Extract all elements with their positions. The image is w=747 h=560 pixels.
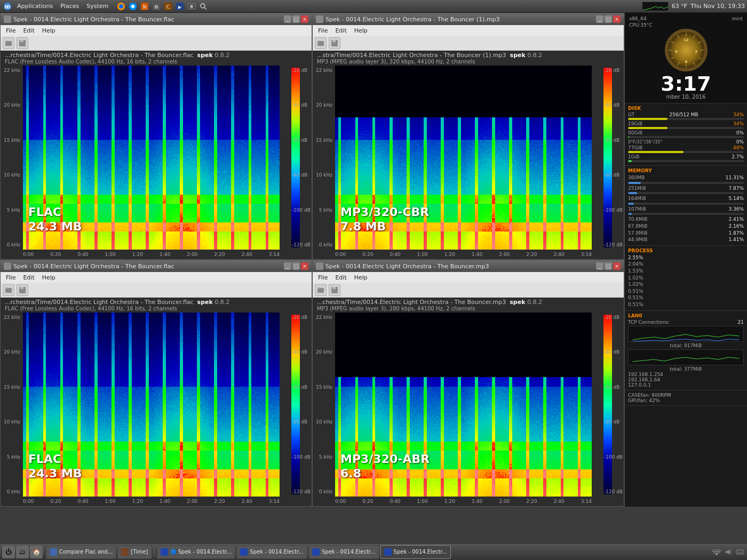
spek-info-tl: ...rchestra/Time/0014.Electric Light Orc… [1, 51, 312, 66]
net-tcp-row: TCP Connections: 21 [628, 319, 744, 325]
menu-system[interactable]: System [83, 2, 112, 11]
close-button-br[interactable]: × [613, 262, 621, 270]
spek-titlebar-tr[interactable]: Spek - 0014.Electric Light Orchestra - T… [313, 13, 624, 25]
thunderbird-icon[interactable] [128, 1, 138, 12]
toolbar-btn-open-br[interactable] [315, 284, 327, 296]
power-button[interactable]: ⏻ [2, 546, 15, 558]
applet-icon-6[interactable]: ▶ [174, 1, 185, 12]
taskbar-separator [154, 547, 155, 557]
svg-rect-52 [716, 553, 718, 555]
menu-help-tr[interactable]: Help [351, 26, 371, 35]
svg-point-5 [131, 5, 134, 8]
tray-network-icon[interactable] [712, 547, 721, 557]
menu-help-tl[interactable]: Help [39, 26, 59, 35]
menu-help-bl[interactable]: Help [39, 273, 59, 282]
menu-places[interactable]: Places [57, 2, 82, 11]
spek-filename-tl: ...rchestra/Time/0014.Electric Light Orc… [5, 52, 307, 59]
applet-icon-4[interactable]: ⚙ [151, 1, 162, 12]
maximize-button-bl[interactable]: □ [292, 262, 300, 270]
minimize-button-tl[interactable]: _ [284, 15, 291, 23]
spek-window-top-right: Spek - 0014.Electric Light Orchestra - T… [312, 13, 624, 260]
firefox-icon[interactable] [116, 1, 126, 12]
clock-gauge: 12 3 6 9 [665, 29, 708, 71]
minimize-button-br[interactable]: _ [596, 262, 603, 270]
toolbar-btn-save-tr[interactable] [329, 37, 340, 49]
taskbar-item-compare[interactable]: Compare Flac and... [46, 545, 116, 559]
spek-win-controls-bl: _ □ × [284, 262, 308, 270]
sidebar-system-monitor: x86_64 mint CPU:35°C [624, 13, 747, 507]
spek-app-icon-tr [316, 15, 323, 23]
spek-window-bottom-right: Spek - 0014.Electric Light Orchestra - T… [312, 260, 624, 507]
tray-keyboard-icon[interactable]: kbd [735, 547, 745, 557]
memory-section-title: MEMORY [628, 168, 744, 173]
spek-4-icon [384, 548, 392, 556]
maximize-button-br[interactable]: □ [605, 262, 612, 270]
svg-rect-26 [5, 288, 12, 293]
close-button-bl[interactable]: × [301, 262, 308, 270]
minimize-button-tr[interactable]: _ [596, 15, 603, 23]
spek-title-tr: Spek - 0014.Electric Light Orchestra - T… [325, 16, 596, 23]
menu-file-tr[interactable]: File [315, 26, 331, 35]
toolbar-btn-save-bl[interactable] [17, 284, 28, 296]
menu-edit-br[interactable]: Edit [332, 273, 349, 282]
net-section-title: LAN0 [628, 313, 744, 318]
menu-help-br[interactable]: Help [351, 273, 371, 282]
taskbar-item-spek-4[interactable]: Spek - 0014.Electr... [380, 545, 451, 559]
toolbar-btn-open-bl[interactable] [3, 284, 14, 296]
menu-applications[interactable]: Applications [14, 2, 56, 11]
taskbar-item-time[interactable]: [Time] [117, 545, 152, 559]
menu-file-bl[interactable]: File [3, 273, 19, 282]
screenshot-icon[interactable] [186, 1, 197, 12]
toolbar-btn-open-tr[interactable] [315, 37, 327, 49]
search-icon[interactable] [198, 1, 209, 12]
svg-text:6: 6 [685, 60, 687, 64]
spek-app-icon-bl [4, 262, 11, 270]
spek-title-bl: Spek - 0014.Electric Light Orchestra - T… [13, 263, 284, 270]
db-axis-tr: -20 dB -40 dB -60 dB -80 dB -100 dB -120… [592, 66, 624, 250]
menu-file-tl[interactable]: File [3, 26, 19, 35]
menu-edit-tl[interactable]: Edit [20, 26, 37, 35]
clock-time-display: 3:17 [629, 74, 743, 94]
spek-titlebar-br[interactable]: Spek - 0014.Electric Light Orchestra - T… [313, 260, 624, 272]
menu-edit-bl[interactable]: Edit [20, 273, 37, 282]
spek-filename-br: ...chestra/Time/0014.Electric Light Orch… [317, 299, 619, 306]
system-icon[interactable]: m [2, 1, 13, 12]
disk-bar-3 [628, 136, 744, 138]
minimize-button-bl[interactable]: _ [284, 262, 291, 270]
applet-icon-5[interactable]: C [163, 1, 173, 12]
spek-3-icon [312, 548, 320, 556]
close-button-tl[interactable]: × [301, 15, 308, 23]
spek-fileinfo-tr: MP3 (MPEG audio layer 3), 320 kbps, 4410… [317, 59, 619, 65]
menu-file-br[interactable]: File [315, 273, 331, 282]
taskbar-item-spek-2[interactable]: Spek - 0014.Electr... [236, 545, 307, 559]
svg-rect-19 [5, 41, 9, 42]
network-applet [642, 2, 669, 11]
toolbar-btn-save-br[interactable] [329, 284, 340, 296]
toolbar-btn-open-tl[interactable] [3, 37, 14, 49]
taskbar-item-spek-3[interactable]: Spek - 0014.Electr... [308, 545, 379, 559]
spek-titlebar-top-left[interactable]: Spek - 0014.Electric Light Orchestra - T… [1, 13, 312, 25]
menu-edit-tr[interactable]: Edit [332, 26, 349, 35]
spek-info-tr: ...stra/Time/0014.Electric Light Orchest… [313, 51, 624, 66]
taskbar-item-spek-1[interactable]: 🔵 Spek - 0014.Electr... [157, 545, 236, 559]
spek-titlebar-bl[interactable]: Spek - 0014.Electric Light Orchestra - T… [1, 260, 312, 272]
spek-grid: Spek - 0014.Electric Light Orchestra - T… [0, 13, 624, 507]
toolbar-btn-save-tl[interactable] [17, 37, 28, 49]
home-button[interactable]: 🏠 [30, 546, 43, 558]
maximize-button-tr[interactable]: □ [605, 15, 612, 23]
svg-point-15 [190, 5, 193, 8]
datetime-display: Thu Nov 10, 19:33 [690, 3, 745, 10]
tray-volume-icon[interactable] [724, 547, 733, 557]
db-axis-br: -20 dB -40 dB -60 dB -80 dB -100 dB -120… [592, 313, 624, 497]
gpufan-row: GPUfan: 42% [628, 398, 744, 403]
files-button[interactable]: 🗂 [16, 546, 29, 558]
time-axis-tl: 0:00 0:20 0:40 1:00 1:20 1:40 2:00 2:20 … [1, 250, 312, 259]
proc-item-8: 0.51% [628, 301, 744, 308]
disk-row-4: 77GiB 48% [628, 145, 744, 150]
applet-icon-3[interactable]: N [139, 1, 150, 12]
close-button-tr[interactable]: × [613, 15, 621, 23]
spek-window-bottom-left: Spek - 0014.Electric Light Orchestra - T… [0, 260, 312, 507]
time-labels-tr: 0:00 0:20 0:40 1:00 1:20 1:40 2:00 2:20 … [335, 252, 624, 257]
maximize-button-tl[interactable]: □ [292, 15, 300, 23]
ip-row-1: 192.168.1.254 [628, 372, 744, 377]
